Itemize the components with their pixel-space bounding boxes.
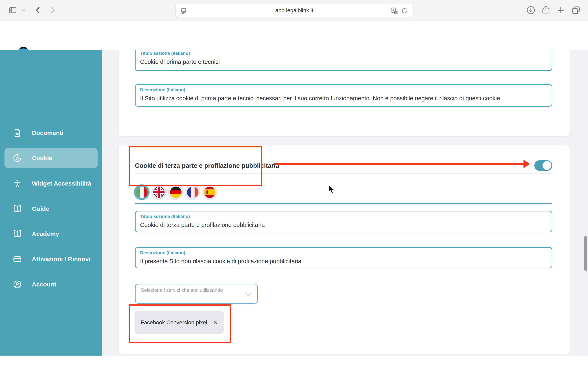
services-select-placeholder: Seleziona i servizi che stai utilizzando [141,287,223,293]
document-icon [13,128,22,138]
browser-toolbar: app.legalblink.it A a [0,0,588,21]
field-value: Il presente Sito non rilascia cookie di … [140,258,547,265]
reader-view-icon[interactable] [180,7,187,15]
scrollbar-thumb[interactable] [584,236,587,271]
tab-overview-icon[interactable] [571,5,581,15]
annotation-arrow-head [523,160,530,168]
toolbar-divider [20,6,20,15]
credit-card-icon [13,254,22,264]
field-value: Il Sito utilizza cookie di prima parte e… [140,95,547,102]
forward-button[interactable] [47,5,58,15]
svg-text:a: a [395,11,397,14]
service-chip-facebook-conversion-pixel[interactable]: Facebook Conversion pixel × [135,311,224,334]
third-party-toggle[interactable] [534,160,552,171]
address-bar[interactable]: app.legalblink.it A a [175,4,414,17]
heading-divider [135,173,552,174]
title-field-first-party[interactable]: Titolo sezione (Italiano) Cookie di prim… [135,50,552,71]
sidebar-item-label: Account [32,281,56,288]
field-value: Cookie di prima parte e tecnici [140,58,547,65]
description-field-third-party[interactable]: Descrizione (Italiano) Il presente Sito … [135,247,552,268]
cookie-section-card-third-party: Cookie di terza parte e profilazione pub… [119,145,570,354]
field-value: Cookie di terza parte e profilazione pub… [140,222,547,228]
sidebar: Documenti Cookie [0,50,102,356]
flag-uk-icon[interactable] [151,184,167,200]
chevron-down-icon [244,291,252,298]
field-label: Descrizione (Italiano) [140,250,547,256]
sidebar-item-label: Widget Accessibilità [32,180,91,187]
description-field-first-party[interactable]: Descrizione (Italiano) Il Sito utilizza … [135,84,552,107]
sidebar-item-widget-accessibilita[interactable]: Widget Accessibilità [0,174,102,193]
sidebar-item-academy[interactable]: Academy [0,224,102,244]
share-icon[interactable] [541,5,551,15]
sidebar-item-label: Guide [32,205,49,212]
flag-italy-icon[interactable] [134,184,150,200]
chip-label: Facebook Conversion pixel [141,319,207,326]
main-content: Titolo sezione (Italiano) Cookie di prim… [102,50,588,356]
open-book-icon [13,229,22,239]
field-label: Descrizione (Italiano) [140,87,547,92]
annotation-arrow-line [275,163,524,165]
flag-france-icon[interactable] [185,184,200,200]
open-book-icon [13,204,22,213]
reload-icon[interactable] [400,7,408,15]
sidebar-item-documenti[interactable]: Documenti [0,123,102,143]
translate-icon[interactable]: A a [390,7,398,15]
cookie-section-card-first-party: Titolo sezione (Italiano) Cookie di prim… [119,50,570,136]
chevron-down-icon[interactable] [21,8,26,13]
flag-spain-icon[interactable] [202,184,217,200]
services-select[interactable]: Seleziona i servizi che stai utilizzando [135,284,258,304]
sidebar-item-cookie[interactable]: Cookie [4,148,98,168]
section-heading: Cookie di terza parte e profilazione pub… [135,162,279,169]
field-label: Titolo sezione (Italiano) [140,214,547,219]
sidebar-item-label: Documenti [32,129,63,136]
field-label: Titolo sezione (Italiano) [140,51,547,56]
sidebar-toggle-icon[interactable] [8,6,17,15]
accessibility-icon [13,179,22,188]
chip-remove-icon[interactable]: × [214,319,218,326]
sidebar-item-label: Academy [32,230,59,237]
sidebar-item-label: Cookie [32,155,52,161]
screen: app.legalblink.it A a [0,0,588,367]
flags-underline [135,203,552,204]
language-tabs [134,184,217,200]
url-text: app.legalblink.it [275,7,313,14]
app-header: LegalBlink [0,21,588,50]
sidebar-item-guide[interactable]: Guide [0,199,102,219]
toggle-knob [543,161,552,170]
sidebar-item-label: Attivazioni / Rinnovi [32,256,90,263]
flag-germany-icon[interactable] [168,184,183,200]
title-field-third-party[interactable]: Titolo sezione (Italiano) Cookie di terz… [135,211,552,232]
sidebar-item-account[interactable]: Account [0,275,102,294]
user-icon [13,280,22,289]
back-button[interactable] [33,5,43,15]
new-tab-icon[interactable] [556,5,566,15]
sidebar-item-attivazioni-rinnovi[interactable]: Attivazioni / Rinnovi [0,249,102,269]
downloads-icon[interactable] [526,5,536,15]
cookie-icon [13,153,22,163]
